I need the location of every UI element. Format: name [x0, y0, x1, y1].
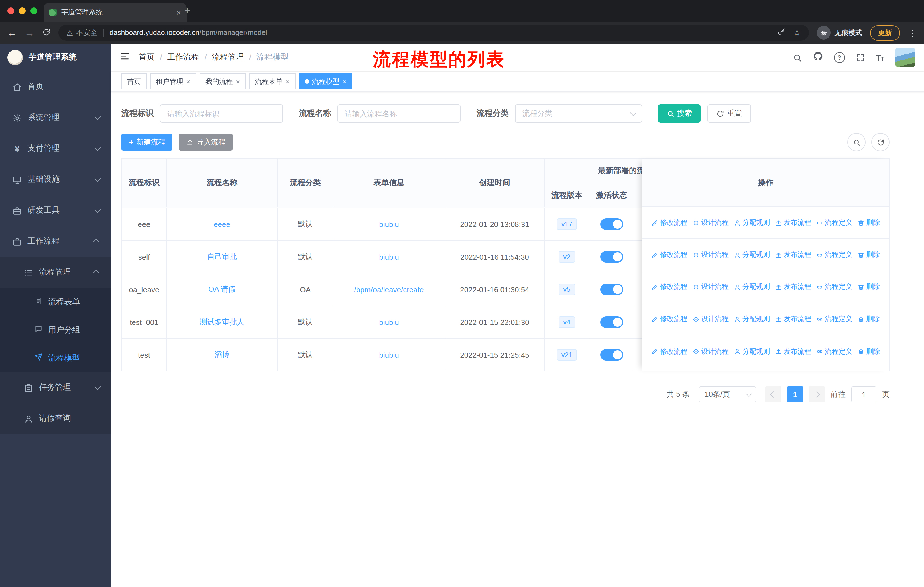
refresh-table-button[interactable] [871, 133, 889, 151]
form-info-link[interactable]: biubiu [379, 318, 399, 326]
close-window-button[interactable] [7, 7, 14, 14]
process-name-input[interactable] [337, 104, 460, 123]
password-key-icon[interactable] [777, 28, 785, 38]
import-process-button[interactable]: 导入流程 [179, 134, 233, 151]
show-search-button[interactable] [847, 133, 866, 151]
status-toggle[interactable] [600, 316, 623, 328]
browser-tab[interactable]: 芋道管理系统 × [43, 3, 187, 22]
action-assign-rule[interactable]: 分配规则 [734, 314, 770, 324]
sidebar-item-home[interactable]: 首页 [0, 71, 111, 102]
process-name-link[interactable]: 滔博 [214, 350, 229, 360]
prev-page-button[interactable] [765, 386, 781, 402]
user-avatar[interactable] [895, 48, 915, 67]
sidebar-item-process-management[interactable]: 流程管理 [0, 257, 111, 288]
action-design[interactable]: 设计流程 [693, 282, 729, 292]
address-bar[interactable]: ⚠ 不安全 dashboard.yudao.iocoder.cn /bpm/ma… [58, 25, 809, 41]
form-info-link[interactable]: biubiu [379, 351, 399, 359]
bookmark-star-icon[interactable]: ☆ [793, 28, 801, 38]
help-icon[interactable]: ? [834, 52, 845, 63]
action-assign-rule[interactable]: 分配规则 [734, 250, 770, 260]
forward-icon[interactable]: → [25, 28, 35, 38]
back-icon[interactable]: ← [7, 28, 16, 38]
action-definition[interactable]: 流程定义 [816, 347, 852, 356]
action-delete[interactable]: 删除 [858, 282, 880, 292]
action-edit[interactable]: 修改流程 [651, 347, 687, 356]
next-page-button[interactable] [809, 386, 825, 402]
breadcrumb-process-management[interactable]: 流程管理 [212, 52, 244, 63]
close-icon[interactable]: × [186, 78, 190, 85]
font-size-icon[interactable]: TT [876, 53, 884, 62]
sidebar-item-user-group[interactable]: 用户分组 [0, 316, 111, 344]
new-tab-button[interactable]: + [185, 6, 190, 15]
zoom-window-button[interactable] [30, 7, 37, 14]
current-page[interactable]: 1 [787, 386, 803, 402]
form-info-link[interactable]: /bpm/oa/leave/create [354, 285, 424, 294]
sidebar-item-leave-query[interactable]: 请假查询 [0, 403, 111, 434]
search-icon[interactable] [792, 52, 802, 63]
sidebar-item-devtools[interactable]: 研发工具 [0, 195, 111, 226]
reload-icon[interactable] [42, 28, 50, 38]
action-delete[interactable]: 删除 [858, 314, 880, 324]
process-name-link[interactable]: 自己审批 [207, 251, 237, 262]
sidebar-item-task-management[interactable]: 任务管理 [0, 372, 111, 403]
process-id-input[interactable] [160, 104, 283, 123]
tag-tenant-management[interactable]: 租户管理 × [150, 73, 196, 89]
breadcrumb-home[interactable]: 首页 [139, 52, 155, 63]
close-icon[interactable]: × [343, 78, 347, 85]
process-name-link[interactable]: eeee [214, 220, 230, 228]
action-design[interactable]: 设计流程 [693, 250, 729, 260]
sidebar-item-process-model[interactable]: 流程模型 [0, 344, 111, 372]
sidebar-item-system[interactable]: 系统管理 [0, 102, 111, 133]
create-process-button[interactable]: + 新建流程 [121, 134, 172, 151]
close-icon[interactable]: × [285, 78, 290, 85]
action-design[interactable]: 设计流程 [693, 314, 729, 324]
action-design[interactable]: 设计流程 [693, 218, 729, 228]
tag-process-model[interactable]: 流程模型 × [299, 73, 353, 89]
action-definition[interactable]: 流程定义 [816, 250, 852, 260]
form-info-link[interactable]: biubiu [379, 220, 399, 228]
sidebar-item-process-form[interactable]: 流程表单 [0, 288, 111, 316]
action-publish[interactable]: 发布流程 [775, 314, 811, 324]
github-icon[interactable] [813, 51, 823, 64]
action-publish[interactable]: 发布流程 [775, 282, 811, 292]
action-assign-rule[interactable]: 分配规则 [734, 218, 770, 228]
action-publish[interactable]: 发布流程 [775, 347, 811, 356]
status-toggle[interactable] [600, 218, 623, 230]
breadcrumb-workflow[interactable]: 工作流程 [167, 52, 200, 63]
action-definition[interactable]: 流程定义 [816, 282, 852, 292]
sidebar-item-infrastructure[interactable]: 基础设施 [0, 164, 111, 195]
status-toggle[interactable] [600, 251, 623, 263]
sidebar-fold-icon[interactable] [120, 51, 130, 64]
sidebar-item-payment[interactable]: ¥ 支付管理 [0, 133, 111, 164]
sidebar-item-workflow[interactable]: 工作流程 [0, 226, 111, 257]
close-icon[interactable]: × [236, 78, 240, 85]
action-assign-rule[interactable]: 分配规则 [734, 347, 770, 356]
search-button[interactable]: 搜索 [658, 104, 701, 123]
browser-menu-icon[interactable]: ⋮ [908, 27, 917, 38]
tag-my-process[interactable]: 我的流程 × [200, 73, 246, 89]
tag-home[interactable]: 首页 [121, 73, 147, 89]
fullscreen-icon[interactable] [856, 52, 865, 63]
action-edit[interactable]: 修改流程 [651, 282, 687, 292]
action-definition[interactable]: 流程定义 [816, 218, 852, 228]
action-assign-rule[interactable]: 分配规则 [734, 282, 770, 292]
goto-page-input[interactable] [851, 386, 876, 402]
action-delete[interactable]: 删除 [858, 250, 880, 260]
reset-button[interactable]: 重置 [708, 104, 751, 123]
process-name-link[interactable]: 测试多审批人 [200, 317, 244, 327]
action-definition[interactable]: 流程定义 [816, 314, 852, 324]
minimize-window-button[interactable] [19, 7, 26, 14]
form-info-link[interactable]: biubiu [379, 253, 399, 261]
action-delete[interactable]: 删除 [858, 218, 880, 228]
action-edit[interactable]: 修改流程 [651, 218, 687, 228]
status-toggle[interactable] [600, 349, 623, 360]
page-size-select[interactable]: 10条/页 [699, 386, 756, 402]
action-publish[interactable]: 发布流程 [775, 218, 811, 228]
tab-close-icon[interactable]: × [177, 8, 181, 17]
action-delete[interactable]: 删除 [858, 347, 880, 356]
status-toggle[interactable] [600, 284, 623, 295]
tag-process-form[interactable]: 流程表单 × [249, 73, 295, 89]
action-edit[interactable]: 修改流程 [651, 250, 687, 260]
action-publish[interactable]: 发布流程 [775, 250, 811, 260]
process-name-link[interactable]: OA 请假 [208, 284, 236, 294]
